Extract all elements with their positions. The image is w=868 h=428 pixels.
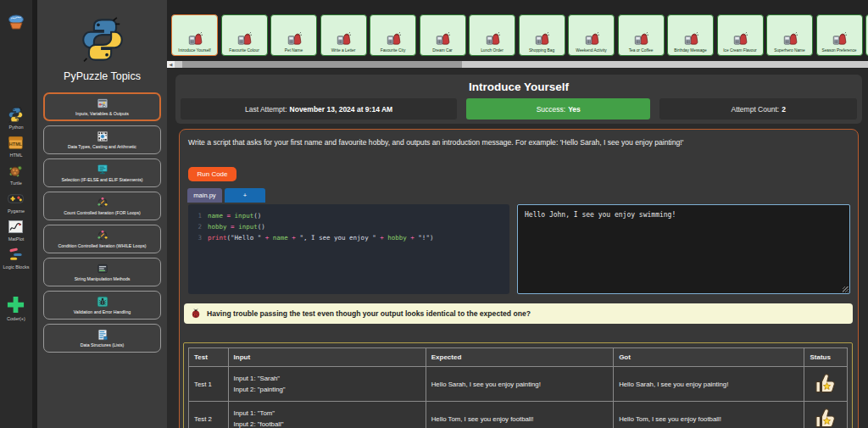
table-row: Test 1 Input 1: "Sarah" Input 2: "painti… (189, 367, 848, 402)
rail-item[interactable]: Logic Blocks (3, 247, 30, 270)
test-results-table: Test Input Expected Got Status Test 1 In… (188, 347, 848, 428)
task-container: Write a script that asks for your first … (179, 129, 859, 428)
task-card-icon (187, 31, 203, 47)
rail-item-label: Coder(+) (7, 316, 25, 321)
hint-banner[interactable]: Having trouble passing the test even tho… (184, 303, 853, 324)
success-value: Yes (568, 105, 581, 114)
topic-label: Count Controlled Iteration (FOR Loops) (64, 210, 141, 215)
attempt-count-value: 2 (782, 105, 786, 114)
rail-item[interactable]: Coder(+) (6, 295, 25, 321)
topic-button[interactable]: String Manipulation Methods (43, 258, 161, 286)
success-label: Success: (537, 105, 566, 114)
task-card[interactable]: Favourite City (370, 14, 416, 56)
test-results-panel: Test Input Expected Got Status Test 1 In… (183, 342, 853, 428)
rail-item[interactable]: Pygame (8, 191, 25, 214)
col-status: Status (804, 348, 848, 367)
topic-label: String Manipulation Methods (75, 276, 131, 281)
hint-text: Having trouble passing the test even tho… (207, 309, 531, 318)
task-card-icon (386, 31, 401, 47)
task-card[interactable]: Write a Letter (320, 14, 367, 56)
scrollbar-thumb[interactable] (182, 61, 462, 68)
code-editor[interactable]: 1name = input()2hobby = input()3print("H… (188, 204, 509, 294)
rail-item[interactable]: MatPlot (8, 219, 24, 242)
task-card-icon (633, 31, 648, 47)
tab-main-py[interactable]: main.py (187, 188, 222, 203)
task-card-icon (584, 31, 599, 47)
rail-item[interactable]: Python (8, 107, 24, 130)
output-textarea[interactable]: Hello John, I see you enjoy swimming! (517, 204, 850, 294)
tool-rail: Python HTML Turtle Pygame MatPlot Logic … (0, 0, 32, 428)
input-line-2: Input 2: "football" (234, 419, 420, 428)
topic-button[interactable]: Condition Controlled Iteration (WHILE Lo… (43, 225, 161, 253)
run-code-button[interactable]: Run Code (188, 167, 236, 181)
task-card[interactable]: Tea or Coffee (618, 14, 665, 56)
scroll-left-arrow-icon[interactable]: ◀ (167, 61, 175, 68)
input-line-1: Input 1: "Tom" (234, 408, 420, 419)
rail-item[interactable]: HTML (8, 135, 24, 158)
task-card-icon (336, 31, 351, 47)
cell-status (804, 367, 848, 402)
task-card[interactable]: Weekend Activity (568, 14, 615, 56)
task-card-label: Superhero Name (772, 48, 807, 53)
task-card[interactable]: Birthday Message (667, 14, 714, 56)
task-card[interactable]: Introduce Yourself (171, 14, 218, 56)
code-lines: 1name = input()2hobby = input()3print("H… (188, 210, 509, 243)
attempt-count-box: Attempt Count: 2 (659, 98, 857, 120)
last-attempt-box: Last Attempt: November 13, 2024 at 9:14 … (181, 98, 457, 120)
task-card[interactable]: Shopping Bag (519, 14, 565, 56)
task-card[interactable]: Favourite Colour (221, 14, 268, 56)
cell-input: Input 1: "Tom" Input 2: "football" (228, 402, 426, 428)
task-card[interactable]: Dream Car (420, 14, 466, 56)
resize-handle[interactable] (843, 286, 849, 292)
thumbs-up-star-icon (815, 371, 837, 395)
topic-button[interactable]: Count Controlled Iteration (FOR Loops) (43, 192, 161, 220)
task-card-label: Favourite City (379, 48, 408, 53)
output-text: Hello John, I see you enjoy swimming! (525, 211, 676, 219)
code-line[interactable]: 3print("Hello " + name + ", I see you en… (188, 232, 509, 243)
app-logo-icon[interactable] (6, 12, 26, 32)
cell-status (804, 402, 848, 428)
editor-output-row: 1name = input()2hobby = input()3print("H… (188, 204, 850, 294)
code-line[interactable]: 1name = input() (188, 210, 509, 221)
code-line[interactable]: 2hobby = input() (188, 221, 509, 232)
topic-button[interactable]: Data Structures (Lists) (43, 324, 161, 353)
rail-item-icon (8, 163, 24, 179)
input-line-1: Input 1: "Sarah" (234, 373, 420, 384)
topics-list: Inputs, Variables & Outputs Data Types, … (37, 92, 167, 357)
rail-item-icon (6, 295, 25, 314)
task-card[interactable]: Superhero Name (766, 14, 813, 56)
task-card-label: Introduce Yourself (176, 48, 212, 53)
topic-button[interactable]: Data Types, Casting and Arithmetic (43, 125, 161, 154)
task-card-label: Dream Car (431, 48, 453, 53)
topic-icon (97, 97, 108, 109)
rail-item-label: Logic Blocks (3, 264, 30, 270)
thumbs-up-star-icon (815, 406, 837, 428)
tab-add[interactable]: + (225, 188, 265, 203)
page-title: Introduce Yourself (175, 81, 862, 93)
topic-button[interactable]: Validation and Error Handling (43, 291, 161, 320)
cards-horizontal-scrollbar[interactable]: ◀ (167, 61, 868, 68)
task-card-label: Season Preference (820, 48, 858, 53)
sidebar-title: PyPuzzle Topics (64, 70, 141, 82)
task-card-icon (732, 31, 748, 47)
python-logo-icon (80, 17, 125, 63)
topics-sidebar: PyPuzzle Topics Inputs, Variables & Outp… (37, 0, 167, 428)
task-card-icon (485, 31, 500, 47)
topic-button[interactable]: Selection (IF-ELSE and ELIF Statements) (43, 158, 161, 187)
cell-expected: Hello Sarah, I see you enjoy painting! (426, 367, 613, 402)
task-description: Write a script that asks for your first … (188, 138, 849, 147)
cell-test: Test 2 (189, 402, 229, 428)
task-card[interactable]: Ice Cream Flavour (717, 14, 764, 56)
rail-item[interactable]: Turtle (8, 163, 24, 186)
task-card[interactable]: Pet Name (270, 14, 317, 56)
main-area: Introduce Yourself Favourite Colour Pet … (167, 0, 868, 428)
task-card[interactable]: Season Preference (816, 14, 863, 56)
task-card-icon (782, 31, 798, 47)
topic-icon (97, 164, 108, 175)
topic-icon (97, 263, 108, 275)
task-card-icon (236, 31, 252, 47)
cell-expected: Hello Tom, I see you enjoy football! (426, 402, 613, 428)
topic-button[interactable]: Inputs, Variables & Outputs (43, 92, 161, 121)
task-card[interactable]: Lunch Order (469, 14, 515, 56)
input-line-2: Input 2: "painting" (234, 384, 420, 395)
